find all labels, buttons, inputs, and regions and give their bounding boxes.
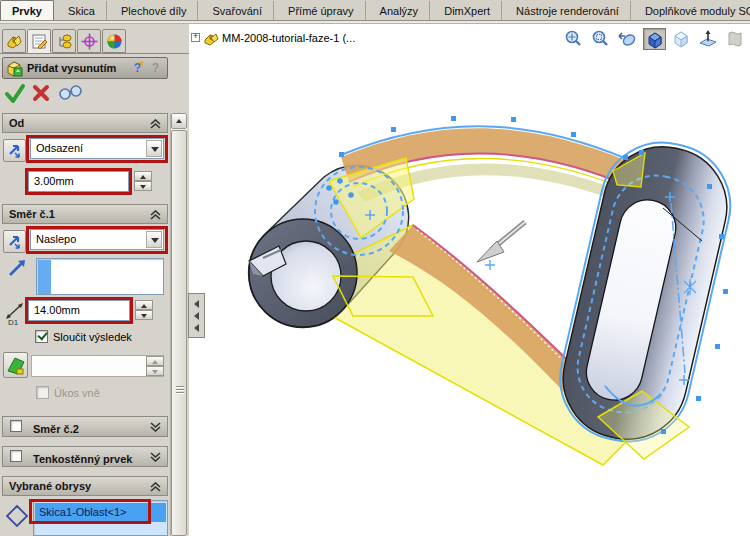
collapse-icon[interactable] — [150, 119, 161, 129]
collapse-left-icon — [194, 300, 199, 308]
collapse-icon[interactable] — [150, 210, 161, 220]
scrollbar-thumb[interactable] — [171, 130, 187, 536]
section-label-direction2: Směr č.2 — [33, 420, 79, 439]
feature-manager-tab[interactable] — [2, 29, 26, 53]
section-header-from[interactable]: Od — [2, 113, 168, 133]
direction-selection-highlight — [38, 260, 51, 294]
extrude-direction-icon — [7, 258, 27, 280]
section-label-selected-contours: Vybrané obrysy — [9, 480, 91, 492]
cancel-button[interactable] — [32, 84, 50, 104]
depth-label: D1 — [8, 316, 18, 329]
from-type-dropdown[interactable]: Odsazení — [30, 138, 164, 159]
detailed-preview-button[interactable] — [58, 84, 84, 104]
part-icon — [203, 32, 220, 49]
tab-svarovani[interactable]: Svařování — [202, 1, 275, 21]
feature-tree-item[interactable]: MM-2008-tutorial-faze-1 (... — [222, 32, 355, 44]
scroll-up-button[interactable] — [171, 113, 187, 129]
spinner-down-icon[interactable] — [135, 310, 153, 320]
selected-contours-listbox[interactable]: Skica1-Oblast<1> — [33, 500, 168, 536]
spinner-up-icon[interactable] — [135, 300, 153, 310]
view-orientation-button[interactable] — [643, 28, 666, 50]
from-direction-button[interactable] — [3, 139, 26, 162]
heads-up-view-toolbar — [561, 28, 747, 52]
collapse-icon[interactable] — [150, 482, 161, 492]
property-manager-actions — [0, 82, 168, 108]
section-header-direction1[interactable]: Směr č.1 — [2, 204, 168, 224]
configuration-manager-tab[interactable] — [52, 29, 76, 53]
draft-button[interactable] — [3, 352, 28, 378]
spinner-up-icon[interactable] — [134, 171, 152, 181]
tab-prime-upravy[interactable]: Přímé úpravy — [277, 1, 365, 21]
section-header-thin-feature[interactable]: Tenkostěnný prvek — [2, 446, 168, 467]
depth-value-spinner[interactable] — [135, 300, 153, 321]
merge-result-label: Sloučit výsledek — [53, 331, 132, 344]
direction-selection-listbox[interactable] — [36, 258, 164, 295]
property-manager-panel: Přidat vysunutím Od Odsazení 3.00mm — [0, 24, 190, 536]
expand-icon[interactable] — [150, 422, 161, 432]
ribbon-tab-bar: Prvky Skica Plechové díly Svařování Přím… — [0, 0, 750, 21]
draft-angle-spinner — [146, 356, 164, 376]
tab-doplnkove-moduly[interactable]: Doplňkové moduly SOLIDWO — [634, 1, 750, 21]
ok-button[interactable] — [4, 82, 26, 106]
contour-select-icon — [5, 504, 29, 530]
help-icon[interactable] — [152, 61, 159, 75]
end-condition-value: Naslepo — [36, 233, 76, 245]
spinner-down-icon[interactable] — [134, 181, 152, 191]
collapse-left-icon — [194, 312, 199, 320]
display-manager-tab[interactable] — [102, 29, 126, 53]
previous-view-button[interactable] — [616, 28, 639, 50]
spinner-up-icon — [146, 356, 164, 366]
sketch-cross — [485, 260, 495, 270]
scrollbar-grip — [176, 386, 184, 395]
dropdown-arrow-icon[interactable] — [146, 140, 162, 157]
tab-prvky[interactable]: Prvky — [0, 0, 54, 21]
tab-dimxpert[interactable]: DimXpert — [433, 1, 502, 21]
section-label-direction1: Směr č.1 — [9, 208, 55, 220]
from-type-value: Odsazení — [36, 142, 83, 154]
help-star-icon — [138, 59, 145, 68]
draft-outward-checkbox — [36, 386, 49, 399]
direction2-checkbox[interactable] — [10, 420, 22, 432]
drag-handle-arrow[interactable] — [477, 222, 525, 270]
manager-tabs-underline — [0, 53, 190, 54]
model-3d-view[interactable] — [189, 24, 750, 536]
solidworks-window: Prvky Skica Plechové díly Svařování Přím… — [0, 0, 750, 536]
tree-expand-icon[interactable] — [191, 33, 200, 42]
property-manager-titlebar: Přidat vysunutím — [2, 57, 168, 79]
property-manager-tab[interactable] — [27, 29, 51, 53]
zoom-to-fit-button[interactable] — [562, 28, 585, 50]
section-header-direction2[interactable]: Směr č.2 — [2, 416, 168, 437]
section-header-selected-contours[interactable]: Vybrané obrysy — [2, 476, 168, 496]
expand-icon[interactable] — [150, 452, 161, 462]
end-condition-dropdown[interactable]: Naslepo — [30, 229, 164, 250]
depth-value-field[interactable]: 14.00mm — [28, 300, 130, 321]
boss-extrude-icon — [6, 60, 24, 80]
thin-feature-checkbox[interactable] — [10, 450, 22, 462]
section-label-thin-feature: Tenkostěnný prvek — [33, 450, 132, 469]
draft-outward-label: Úkos vně — [54, 387, 100, 400]
merge-result-checkbox[interactable] — [35, 330, 48, 343]
offset-distance-field[interactable]: 3.00mm — [28, 171, 129, 192]
draft-angle-field — [31, 355, 164, 377]
section-label-from: Od — [9, 117, 24, 129]
dimxpert-manager-tab[interactable] — [77, 29, 101, 53]
graphics-viewport[interactable]: MM-2008-tutorial-faze-1 (... — [189, 24, 750, 536]
tab-analyzy[interactable]: Analýzy — [369, 1, 431, 21]
spinner-down-icon — [146, 366, 164, 376]
tab-skica[interactable]: Skica — [57, 1, 107, 21]
panel-scrollbar[interactable] — [170, 113, 187, 536]
panel-splitter-handle[interactable] — [188, 293, 205, 338]
zoom-to-area-button[interactable] — [589, 28, 612, 50]
section-view-button[interactable] — [697, 28, 720, 50]
tab-nastroje-renderovani[interactable]: Nástroje renderování — [505, 1, 631, 21]
collapse-left-icon — [194, 324, 199, 332]
direction1-reverse-button[interactable] — [3, 230, 26, 253]
tab-plechove-dily[interactable]: Plechové díly — [110, 1, 198, 21]
display-style-button[interactable] — [670, 28, 693, 50]
dropdown-arrow-icon[interactable] — [146, 231, 162, 248]
offset-distance-spinner[interactable] — [134, 171, 152, 192]
contour-list-item[interactable]: Skica1-Oblast<1> — [35, 503, 166, 522]
realview-button — [724, 28, 747, 50]
panel-title: Přidat vysunutím — [27, 62, 116, 74]
